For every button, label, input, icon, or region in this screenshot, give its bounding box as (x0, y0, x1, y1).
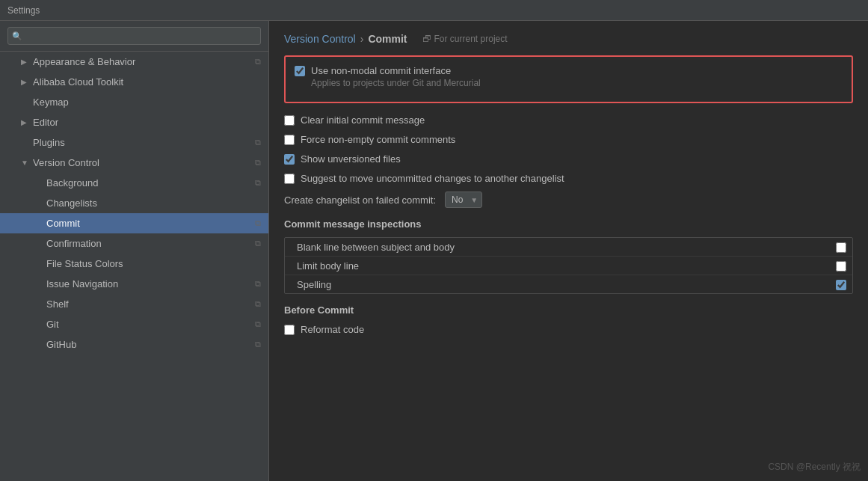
inspection-row-limit-body: Limit body line (285, 257, 852, 275)
sidebar-item-github[interactable]: GitHub⧉ (0, 334, 268, 355)
create-changelist-dropdown-wrapper: No Yes ▼ (445, 192, 482, 208)
reformat-code-checkbox[interactable] (284, 325, 295, 335)
sidebar-item-issuenavigation[interactable]: Issue Navigation⧉ (0, 274, 268, 294)
inspection-blank-line-label: Blank line between subject and body (297, 242, 455, 253)
sidebar-item-label: Confirmation (46, 238, 102, 249)
arrow-icon: ▶ (21, 78, 30, 86)
arrow-icon: ▶ (21, 118, 30, 126)
sidebar-item-copy-icon: ⧉ (255, 239, 261, 248)
inspection-spelling-checkbox[interactable] (836, 280, 846, 290)
search-input[interactable] (7, 27, 261, 45)
highlight-box: Use non-modal commit interface Applies t… (284, 55, 853, 103)
show-unversioned-checkbox[interactable] (284, 154, 295, 165)
suggest-move-row: Suggest to move uncommitted changes to a… (284, 172, 853, 184)
reformat-code-label: Reformat code (301, 324, 364, 335)
sidebar-item-label: Plugins (33, 137, 65, 148)
inspections-heading: Commit message inspections (284, 218, 853, 230)
sidebar: 🔍 ▶Appearance & Behavior⧉▶Alibaba Cloud … (0, 21, 269, 481)
sidebar-item-copy-icon: ⧉ (255, 340, 261, 349)
sidebar-item-confirmation[interactable]: Confirmation⧉ (0, 233, 268, 254)
sidebar-item-alibaba[interactable]: ▶Alibaba Cloud Toolkit (0, 72, 268, 92)
suggest-move-checkbox[interactable] (284, 174, 295, 184)
for-project-icon: 🗗 (422, 34, 431, 44)
sidebar-item-copy-icon: ⧉ (255, 158, 261, 168)
sidebar-item-editor[interactable]: ▶Editor (0, 112, 268, 132)
non-modal-sublabel: Applies to projects under Git and Mercur… (311, 78, 481, 88)
sidebar-item-copy-icon: ⧉ (255, 279, 261, 289)
sidebar-item-versioncontrol[interactable]: ▼Version Control⧉ (0, 153, 268, 173)
title-bar: Settings (0, 0, 868, 21)
sidebar-item-label: Alibaba Cloud Toolkit (33, 76, 123, 88)
breadcrumb-separator: › (360, 33, 364, 45)
sidebar-item-label: Commit (46, 218, 80, 229)
create-changelist-row: Create changelist on failed commit: No Y… (284, 192, 853, 208)
non-modal-label: Use non-modal commit interface (311, 64, 481, 78)
create-changelist-select[interactable]: No Yes (445, 192, 482, 208)
sidebar-item-appearance[interactable]: ▶Appearance & Behavior⧉ (0, 52, 268, 72)
arrow-icon: ▶ (21, 58, 30, 66)
sidebar-item-keymap[interactable]: Keymap (0, 92, 268, 112)
force-non-empty-checkbox[interactable] (284, 135, 295, 145)
settings-title: Settings (7, 5, 40, 16)
inspection-spelling-label: Spelling (297, 279, 331, 290)
sidebar-item-label: File Status Colors (46, 258, 123, 269)
sidebar-item-label: Appearance & Behavior (33, 56, 135, 67)
sidebar-item-label: GitHub (46, 339, 76, 350)
search-bar: 🔍 (0, 21, 268, 52)
inspection-row-spelling: Spelling (285, 275, 852, 293)
inspection-blank-line-checkbox[interactable] (836, 242, 846, 253)
sidebar-item-label: Git (46, 319, 59, 330)
clear-initial-commit-checkbox[interactable] (284, 115, 295, 126)
sidebar-item-label: Changelists (46, 197, 97, 209)
reformat-code-row: Reformat code (284, 323, 853, 335)
sidebar-list: ▶Appearance & Behavior⧉▶Alibaba Cloud To… (0, 52, 268, 355)
arrow-icon: ▼ (21, 159, 30, 167)
sidebar-item-copy-icon: ⧉ (255, 218, 261, 228)
sidebar-item-changelists[interactable]: Changelists (0, 193, 268, 213)
sidebar-item-commit[interactable]: Commit⧉ (0, 213, 268, 233)
sidebar-item-copy-icon: ⧉ (255, 178, 261, 188)
suggest-move-label: Suggest to move uncommitted changes to a… (301, 173, 564, 184)
sidebar-item-copy-icon: ⧉ (255, 319, 261, 329)
non-modal-checkbox[interactable] (295, 66, 305, 76)
sidebar-item-label: Issue Navigation (46, 278, 118, 289)
sidebar-item-shelf[interactable]: Shelf⧉ (0, 294, 268, 314)
clear-initial-commit-row: Clear initial commit message (284, 114, 853, 126)
sidebar-item-background[interactable]: Background⧉ (0, 173, 268, 193)
content-area: Version Control › Commit 🗗For current pr… (269, 21, 868, 481)
sidebar-item-plugins[interactable]: Plugins⧉ (0, 132, 268, 153)
sidebar-item-label: Version Control (33, 157, 99, 168)
force-non-empty-row: Force non-empty commit comments (284, 133, 853, 145)
for-project-label: 🗗For current project (422, 34, 508, 44)
sidebar-item-copy-icon: ⧉ (255, 57, 261, 67)
inspection-table: Blank line between subject and body Limi… (284, 237, 853, 294)
sidebar-item-filestatuscolors[interactable]: File Status Colors (0, 254, 268, 274)
inspection-row-blank-line: Blank line between subject and body (285, 238, 852, 257)
sidebar-item-label: Shelf (46, 298, 69, 310)
create-changelist-label: Create changelist on failed commit: (284, 194, 436, 206)
sidebar-item-copy-icon: ⧉ (255, 138, 261, 147)
breadcrumb: Version Control › Commit 🗗For current pr… (284, 33, 853, 45)
watermark: CSDN @Recently 祝祝 (768, 461, 861, 474)
clear-initial-commit-label: Clear initial commit message (301, 114, 425, 126)
sidebar-item-git[interactable]: Git⧉ (0, 314, 268, 334)
sidebar-item-copy-icon: ⧉ (255, 299, 261, 309)
show-unversioned-label: Show unversioned files (301, 153, 401, 165)
non-modal-option-row: Use non-modal commit interface Applies t… (295, 64, 843, 88)
sidebar-item-label: Keymap (33, 96, 69, 108)
search-icon: 🔍 (12, 31, 22, 41)
breadcrumb-link[interactable]: Version Control (284, 33, 356, 45)
before-commit-heading: Before Commit (284, 304, 853, 316)
inspection-limit-body-checkbox[interactable] (836, 261, 846, 272)
sidebar-item-label: Editor (33, 117, 58, 128)
show-unversioned-row: Show unversioned files (284, 153, 853, 165)
breadcrumb-current: Commit (368, 33, 407, 45)
force-non-empty-label: Force non-empty commit comments (301, 134, 455, 145)
inspection-limit-body-label: Limit body line (297, 260, 359, 272)
sidebar-item-label: Background (46, 177, 98, 189)
